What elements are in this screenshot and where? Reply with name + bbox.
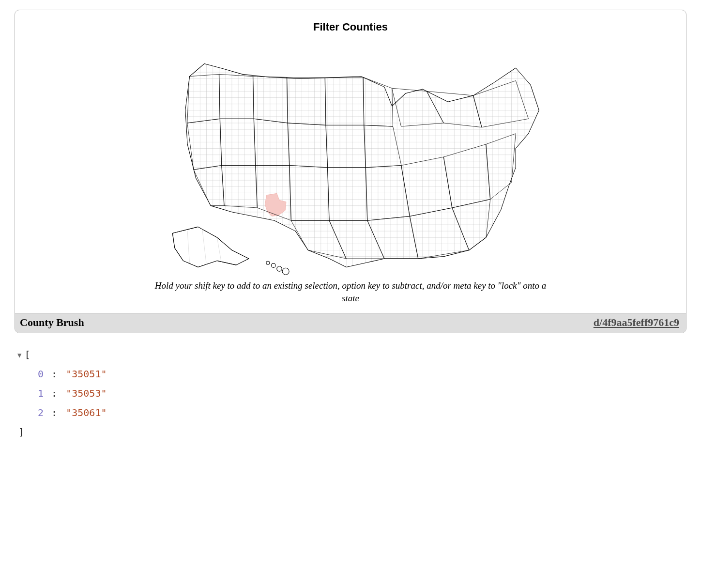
notebook-source-link[interactable]: d/4f9aa5feff9761c9	[594, 316, 679, 329]
us-county-map[interactable]	[27, 38, 674, 276]
open-bracket: [	[24, 349, 30, 360]
card-footer-title: County Brush	[20, 316, 84, 329]
array-value: "35051"	[66, 368, 107, 380]
alaska-inset[interactable]	[173, 227, 249, 267]
svg-point-87	[271, 263, 275, 268]
colon: :	[44, 387, 66, 399]
array-index: 2	[38, 407, 44, 418]
close-bracket: ]	[17, 422, 686, 442]
array-index: 1	[38, 387, 44, 399]
array-item[interactable]: 2 : "35061"	[17, 403, 686, 422]
colon: :	[44, 407, 66, 418]
map-hint-text: Hold your shift key to add to an existin…	[150, 279, 551, 304]
array-value: "35061"	[66, 407, 107, 418]
caret-down-icon[interactable]: ▼	[17, 348, 21, 362]
svg-point-89	[282, 268, 289, 275]
card-body: Filter Counties	[15, 10, 686, 313]
colon: :	[44, 368, 66, 380]
embed-card: Filter Counties	[15, 10, 686, 333]
array-open-row[interactable]: ▼[	[17, 345, 686, 364]
card-footer: County Brush d/4f9aa5feff9761c9	[15, 313, 686, 333]
svg-point-86	[266, 261, 270, 264]
svg-point-88	[277, 266, 282, 272]
array-item[interactable]: 0 : "35051"	[17, 364, 686, 384]
hawaii-inset[interactable]	[266, 261, 289, 275]
array-index: 0	[38, 368, 44, 380]
array-item[interactable]: 1 : "35053"	[17, 384, 686, 403]
array-value: "35053"	[66, 387, 107, 399]
chart-title: Filter Counties	[27, 21, 674, 33]
state-borders	[187, 74, 528, 259]
cell-output-array: ▼[ 0 : "35051"1 : "35053"2 : "35061" ]	[15, 345, 686, 442]
